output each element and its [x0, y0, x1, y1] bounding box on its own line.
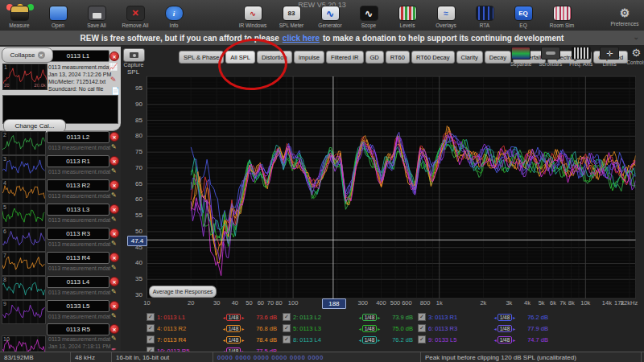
measurement-number: 2 [3, 132, 6, 138]
collapse-x-icon: ✕ [38, 51, 45, 59]
measurement-number: 1 [4, 64, 7, 70]
x-cursor-readout: 188 [322, 298, 346, 309]
measurement-number: 9 [3, 301, 6, 306]
measurement-number: 10 [3, 336, 10, 342]
y-axis-title: SPL [127, 68, 139, 76]
collapse-label: Collapse [10, 51, 35, 59]
measurement-number: 7 [3, 253, 6, 258]
measurement-number: 4 [3, 180, 6, 186]
average-responses-button[interactable]: Average the Responses [149, 286, 217, 298]
y-cursor-readout: 47.4 [127, 236, 147, 246]
collapse-sidebar-button[interactable]: Collapse ✕ [2, 47, 53, 63]
measurement-number: 6 [3, 228, 6, 234]
measurement-number: 8 [3, 277, 6, 282]
measurement-number: 5 [3, 204, 6, 210]
measurement-number: 3 [3, 156, 6, 162]
rew-window: REW V5.20.13 MeasureOpenSave All✕Remove … [0, 0, 644, 362]
